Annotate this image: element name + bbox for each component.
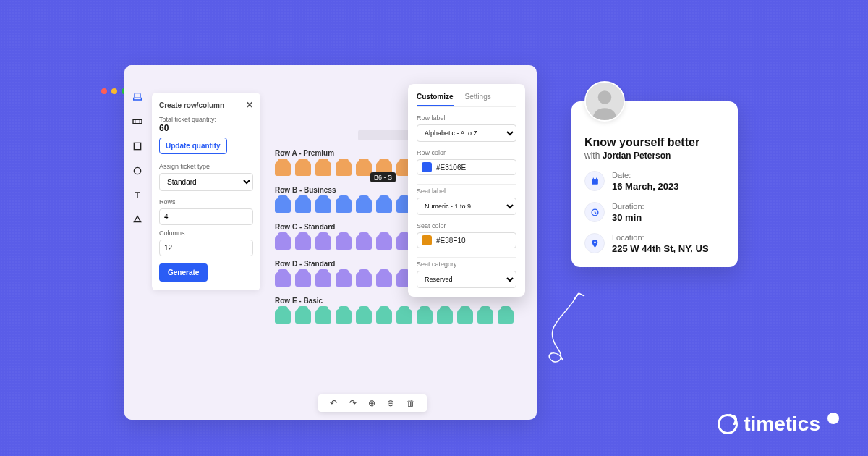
arrow-decoration — [528, 290, 593, 376]
date-label: Date: — [612, 171, 679, 180]
brand-name: timetics — [744, 413, 820, 436]
seat[interactable] — [275, 235, 291, 250]
seat[interactable] — [336, 272, 352, 287]
cols-input[interactable] — [159, 240, 253, 256]
avatar — [584, 81, 625, 122]
seat[interactable] — [376, 235, 392, 250]
tab-settings[interactable]: Settings — [465, 93, 491, 106]
seat[interactable] — [356, 272, 372, 287]
seat-color-hex: #E38F10 — [436, 237, 466, 245]
event-host: with Jordan Peterson — [584, 151, 725, 161]
seat[interactable] — [356, 198, 372, 213]
row-color-swatch — [422, 162, 432, 172]
close-icon[interactable]: ✕ — [246, 100, 253, 110]
panel-title: Create row/column — [159, 101, 224, 109]
row-label-label: Row label — [417, 114, 516, 122]
duration-value: 30 min — [612, 212, 644, 223]
category-select[interactable]: Reserved — [417, 271, 516, 288]
svg-rect-1 — [133, 119, 142, 123]
seat-color-label: Seat color — [417, 222, 516, 229]
row-color-input[interactable]: #E3106E — [417, 159, 516, 175]
update-quantity-button[interactable]: Update quantity — [159, 138, 227, 154]
event-card: Know yourself better with Jordan Peterso… — [571, 101, 738, 267]
canvas-toolbar: ↶ ↷ ⊕ ⊖ 🗑 — [318, 394, 427, 412]
logo-icon — [718, 414, 738, 434]
seat[interactable] — [457, 309, 473, 324]
seat[interactable] — [336, 235, 352, 250]
assign-select[interactable]: Standard — [159, 173, 253, 191]
seat[interactable] — [275, 198, 291, 213]
seat[interactable] — [336, 309, 352, 324]
seat[interactable] — [315, 235, 331, 250]
seat-label-select[interactable]: Numeric - 1 to 9 — [417, 198, 516, 215]
seat[interactable] — [396, 309, 412, 324]
row-label-select[interactable]: Alphabetic - A to Z — [417, 124, 516, 142]
seat[interactable] — [437, 309, 453, 324]
table-icon[interactable] — [132, 116, 143, 127]
redo-icon[interactable]: ↷ — [349, 398, 357, 408]
seat[interactable] — [376, 309, 392, 324]
seat[interactable] — [356, 235, 372, 250]
customize-panel: Customize Settings Row label Alphabetic … — [408, 84, 525, 297]
seat[interactable] — [315, 272, 331, 287]
svg-point-11 — [594, 241, 596, 243]
location-value: 225 W 44th St, NY, US — [612, 243, 709, 254]
seat[interactable] — [336, 161, 352, 176]
location-icon — [584, 233, 605, 253]
seat[interactable] — [356, 161, 372, 176]
row-title: Row E - Basic — [275, 297, 528, 305]
zoom-out-icon[interactable]: ⊖ — [387, 398, 394, 408]
trash-icon[interactable]: 🗑 — [407, 398, 415, 408]
seat-color-input[interactable]: #E38F10 — [417, 232, 516, 248]
generate-button[interactable]: Generate — [159, 263, 208, 282]
svg-rect-7 — [592, 179, 598, 180]
quantity-value: 60 — [159, 123, 253, 133]
seat[interactable] — [295, 309, 311, 324]
text-icon[interactable] — [132, 190, 143, 201]
seat[interactable] — [315, 161, 331, 176]
seat[interactable] — [498, 309, 514, 324]
seat[interactable] — [417, 309, 433, 324]
undo-icon[interactable]: ↶ — [330, 398, 337, 408]
seat[interactable] — [477, 309, 493, 324]
vertical-toolbar — [124, 65, 150, 420]
svg-rect-2 — [134, 143, 140, 149]
seat-color-swatch — [422, 235, 432, 245]
seat[interactable] — [376, 198, 392, 213]
cols-label: Columns — [159, 229, 253, 237]
rows-label: Rows — [159, 198, 253, 206]
seat[interactable] — [376, 272, 392, 287]
seat-label-label: Seat label — [417, 187, 516, 195]
svg-point-3 — [134, 167, 140, 174]
zoom-in-icon[interactable]: ⊕ — [368, 398, 375, 408]
seat[interactable] — [295, 161, 311, 176]
seat[interactable] — [275, 272, 291, 287]
rows-input[interactable] — [159, 208, 253, 225]
shape-icon[interactable] — [132, 214, 143, 226]
brand-logo: timetics — [718, 413, 839, 436]
svg-rect-8 — [592, 177, 593, 179]
seat[interactable] — [315, 309, 331, 324]
seat-icon[interactable] — [132, 91, 143, 103]
svg-point-5 — [598, 90, 612, 104]
svg-rect-0 — [135, 93, 140, 98]
seat[interactable] — [295, 198, 311, 213]
seat[interactable] — [275, 161, 291, 176]
dot-minimize — [111, 88, 117, 94]
event-title: Know yourself better — [584, 136, 725, 149]
location-label: Location: — [612, 233, 709, 242]
quantity-label: Total ticket quantity: — [159, 116, 253, 123]
seat-tooltip: B6 - S — [370, 172, 396, 182]
seat[interactable] — [295, 272, 311, 287]
clock-icon — [584, 202, 605, 222]
assign-label: Assign ticket type — [159, 163, 253, 170]
seat[interactable] — [315, 198, 331, 213]
row-color-label: Row color — [417, 149, 516, 156]
seat[interactable] — [295, 235, 311, 250]
seat[interactable] — [356, 309, 372, 324]
seat[interactable] — [275, 309, 291, 324]
tab-customize[interactable]: Customize — [417, 93, 454, 106]
square-icon[interactable] — [132, 140, 143, 152]
circle-icon[interactable] — [132, 165, 143, 177]
seat[interactable] — [336, 198, 352, 213]
